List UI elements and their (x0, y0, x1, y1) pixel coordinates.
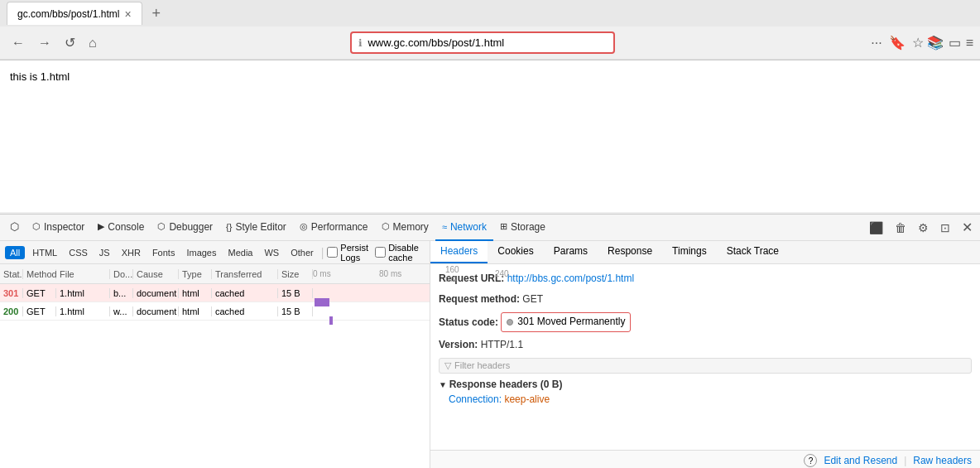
tab-headers[interactable]: Headers (430, 241, 488, 263)
tab-params[interactable]: Params (544, 241, 598, 263)
styleeditor-icon: {} (226, 222, 232, 232)
nav-icons: ··· 🔖 ☆ (871, 35, 923, 51)
nav-bar: ← → ↺ ⌂ ℹ ··· 🔖 ☆ 📚 ▭ ≡ (0, 27, 980, 60)
devtools-inspect-btn[interactable]: ⬡ (3, 215, 26, 241)
cause-2: document (133, 306, 179, 316)
domain-2: w... (110, 306, 133, 316)
connection-field-row: Connection: keep-alive (449, 393, 972, 405)
domain-1: b... (110, 288, 133, 298)
devtools-network-btn[interactable]: ≈ Network (435, 215, 493, 241)
new-tab-button[interactable]: + (146, 5, 168, 22)
devtools-close-btn[interactable]: ✕ (958, 217, 977, 238)
address-input[interactable] (368, 36, 607, 49)
method-get-2: GET (23, 306, 56, 316)
tab-bar: gc.com/bbs/post/1.html × + (0, 0, 980, 27)
bookmark-button[interactable]: 🔖 (889, 35, 906, 51)
status-code-value: 301 Moved Permanently (517, 314, 625, 330)
col-header-file: File (56, 269, 110, 279)
request-method-value: GET (522, 293, 543, 305)
devtools-split-btn[interactable]: ⬛ (865, 219, 887, 237)
more-button[interactable]: ··· (871, 35, 882, 51)
forward-button[interactable]: → (33, 32, 56, 54)
col-header-domain: Do... (110, 269, 133, 279)
col-header-status: Stat. (0, 269, 23, 279)
address-bar[interactable]: ℹ (350, 31, 615, 54)
response-headers-section[interactable]: Response headers (0 B) (439, 379, 972, 390)
devtools-storage-btn[interactable]: ⊞ Storage (493, 215, 552, 241)
filter-separator: | (321, 246, 324, 259)
bottom-action-bar: ? Edit and Resend | Raw headers (430, 450, 980, 468)
col-header-size: Size (278, 269, 313, 279)
raw-headers-link[interactable]: Raw headers (913, 455, 972, 466)
sidebar-button[interactable]: ▭ (949, 35, 961, 51)
page-content: this is 1.html (0, 60, 980, 214)
transferred-1: cached (212, 288, 278, 298)
filter-js-btn[interactable]: JS (95, 246, 114, 259)
network-row-301[interactable]: 301 GET 1.html b... document html cached… (0, 284, 430, 302)
filter-fonts-btn[interactable]: Fonts (148, 246, 180, 259)
tab-timings[interactable]: Timings (662, 241, 717, 263)
connection-field-name: Connection: (449, 393, 502, 405)
cause-1: document (133, 288, 179, 298)
memory-icon: ⬡ (382, 221, 390, 232)
tab-response[interactable]: Response (598, 241, 662, 263)
devtools-debugger-btn[interactable]: ⬡ Debugger (151, 215, 219, 241)
devtools-styleeditor-btn[interactable]: {} Style Editor (219, 215, 293, 241)
persist-logs-checkbox[interactable]: Persist Logs (327, 243, 372, 263)
filter-all-btn[interactable]: All (5, 246, 25, 259)
reload-button[interactable]: ↺ (60, 31, 80, 54)
filter-images-btn[interactable]: Images (182, 246, 220, 259)
help-button[interactable]: ? (804, 454, 817, 467)
file-2: 1.html (56, 306, 110, 316)
col-header-cause: Cause (133, 269, 179, 279)
status-dot-icon (507, 319, 513, 326)
filter-headers-bar[interactable]: ▽ Filter headers (439, 358, 972, 374)
devtools-performance-btn[interactable]: ◎ Performance (293, 215, 375, 241)
tab-close-button[interactable]: × (124, 7, 131, 21)
address-bar-wrapper: ℹ (105, 31, 862, 54)
devtools-panel: ⬡ ⬡ Inspector ▶ Console ⬡ Debugger {} St… (0, 214, 980, 468)
filter-ws-btn[interactable]: WS (260, 246, 283, 259)
devtools-memory-btn[interactable]: ⬡ Memory (375, 215, 435, 241)
network-row-200[interactable]: 200 GET 1.html w... document html cached… (0, 302, 430, 321)
active-tab[interactable]: gc.com/bbs/post/1.html × (7, 2, 142, 25)
request-url-value[interactable]: http://bbs.gc.com/post/1.html (507, 273, 634, 284)
size-1: 15 B (278, 288, 313, 298)
file-1: 1.html (56, 288, 110, 298)
devtools-console-btn[interactable]: ▶ Console (91, 215, 151, 241)
network-panel: All HTML CSS JS XHR Fonts Images Media W… (0, 241, 980, 468)
devtools-dock-btn[interactable]: ⊡ (936, 219, 954, 237)
filter-css-btn[interactable]: CSS (65, 246, 92, 259)
request-method-label: Request method: (439, 293, 520, 305)
request-method-row: Request method: GET (439, 292, 972, 307)
library-button[interactable]: 📚 (927, 35, 944, 51)
filter-media-btn[interactable]: Media (223, 246, 257, 259)
type-2: html (179, 306, 212, 316)
tab-title: gc.com/bbs/post/1.html (17, 8, 119, 20)
tab-cookies[interactable]: Cookies (488, 241, 543, 263)
devtools-inspector-btn[interactable]: ⬡ Inspector (26, 215, 91, 241)
devtools-clear-btn[interactable]: 🗑 (891, 219, 910, 237)
disable-cache-checkbox[interactable]: Disable cache (375, 243, 425, 263)
filter-other-btn[interactable]: Other (286, 246, 318, 259)
devtools-settings-btn[interactable]: ⚙ (914, 219, 933, 237)
request-url-row: Request URL: http://bbs.gc.com/post/1.ht… (439, 271, 972, 287)
devtools-toolbar-right: ⬛ 🗑 ⚙ ⊡ ✕ (865, 217, 977, 238)
filter-html-btn[interactable]: HTML (28, 246, 61, 259)
edit-resend-link[interactable]: Edit and Resend (824, 455, 897, 466)
filter-icon: ▽ (444, 360, 451, 371)
inspect-icon: ⬡ (10, 220, 19, 233)
timeline-bar-1 (315, 298, 329, 306)
status-code-label: Status code: (439, 316, 498, 328)
tab-stack-trace[interactable]: Stack Trace (717, 241, 789, 263)
star-button[interactable]: ☆ (912, 35, 924, 51)
filter-xhr-btn[interactable]: XHR (118, 246, 145, 259)
network-request-list: All HTML CSS JS XHR Fonts Images Media W… (0, 241, 430, 468)
browser-chrome: gc.com/bbs/post/1.html × + ← → ↺ ⌂ ℹ ···… (0, 0, 980, 60)
status-code-row: Status code: 301 Moved Permanently (439, 312, 972, 331)
home-button[interactable]: ⌂ (84, 32, 102, 54)
request-detail-tabs: Headers Cookies Params Response Timings … (430, 241, 980, 264)
network-icon: ≈ (442, 222, 447, 232)
back-button[interactable]: ← (7, 32, 30, 54)
menu-button[interactable]: ≡ (966, 35, 973, 51)
